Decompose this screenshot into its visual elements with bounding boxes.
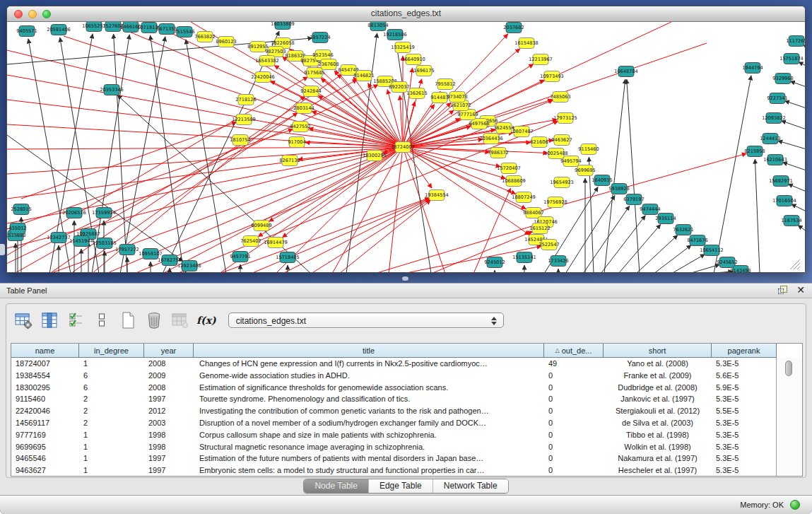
network-node[interactable]: 3624554 xyxy=(493,123,514,134)
network-node[interactable]: 19756928 xyxy=(543,197,567,208)
network-node[interactable]: 12093822 xyxy=(762,113,786,124)
network-node[interactable]: 6379197 xyxy=(623,194,644,205)
table-cell[interactable]: 2009 xyxy=(144,370,194,382)
network-node[interactable]: 1615122 xyxy=(529,223,550,234)
canvas-resize-grip[interactable] xyxy=(790,259,800,269)
network-node[interactable]: 16640910 xyxy=(401,54,425,65)
table-cell[interactable]: 1 xyxy=(79,452,144,465)
column-visibility-button[interactable] xyxy=(40,310,59,330)
network-node[interactable]: 12213967 xyxy=(529,54,553,65)
table-cell[interactable]: 1 xyxy=(79,358,144,370)
table-cell[interactable]: 9777169 xyxy=(11,429,79,441)
network-node[interactable]: 8267130 xyxy=(279,156,300,166)
table-row[interactable]: 969969511998Structural magnetic resonanc… xyxy=(11,441,802,453)
network-node[interactable]: 12213589 xyxy=(232,115,256,125)
table-row[interactable]: 1872400712008Changes of HCN gene express… xyxy=(11,358,802,370)
function-builder-button[interactable]: f(x) xyxy=(196,315,216,326)
table-cell[interactable]: 0 xyxy=(544,417,604,429)
network-node[interactable]: 2803144 xyxy=(293,103,314,114)
table-cell[interactable]: de Silva et al. (2003) xyxy=(604,417,712,429)
network-node[interactable]: 8960123 xyxy=(216,37,236,47)
close-panel-icon[interactable]: ✕ xyxy=(796,285,805,296)
network-node[interactable]: 9463627 xyxy=(551,135,572,146)
table-cell[interactable]: 9465546 xyxy=(11,452,79,465)
network-node[interactable]: 1244413 xyxy=(760,134,780,144)
table-cell[interactable]: 0 xyxy=(544,452,604,465)
table-cell[interactable]: 0 xyxy=(544,382,604,394)
table-cell[interactable]: 1 xyxy=(79,441,144,453)
panel-splitter-handle[interactable] xyxy=(402,276,408,281)
network-node[interactable]: 16210643 xyxy=(763,155,787,165)
network-node[interactable]: 9143498 xyxy=(730,266,751,273)
network-node[interactable]: 20364436 xyxy=(479,134,503,144)
column-header-year[interactable]: year xyxy=(144,344,194,358)
network-node[interactable]: 22420046 xyxy=(251,72,275,83)
table-cell[interactable]: 1 xyxy=(79,429,144,441)
table-cell[interactable]: Genome-wide association studies in ADHD. xyxy=(194,370,544,382)
table-cell[interactable]: Hescheler et al. (1997) xyxy=(604,465,712,476)
network-node[interactable]: 8471676 xyxy=(687,235,707,246)
table-cell[interactable]: 5.3E-5 xyxy=(712,417,777,429)
table-row[interactable]: 1830029562008Estimation of significance … xyxy=(11,382,802,394)
column-header-indegree[interactable]: in_degree xyxy=(79,344,144,358)
network-node[interactable]: 9699695 xyxy=(575,165,595,176)
table-cell[interactable]: 9115460 xyxy=(11,393,79,405)
network-node[interactable]: 10654112 xyxy=(700,245,724,256)
network-node[interactable]: 2526015 xyxy=(11,204,31,215)
network-edge[interactable] xyxy=(618,224,661,272)
network-node[interactable]: 7485063 xyxy=(550,92,570,103)
hidden-panel-handle[interactable] xyxy=(0,244,5,255)
network-node[interactable]: 2935114 xyxy=(655,214,676,224)
table-cell[interactable]: 9463627 xyxy=(11,465,79,476)
network-window-titlebar[interactable]: citations_edges.txt xyxy=(7,6,805,22)
table-cell[interactable]: 5.9E-5 xyxy=(712,382,777,394)
table-cell[interactable]: Changes of HCN gene expression and I(f) … xyxy=(194,358,544,370)
table-cell[interactable]: 5.3E-5 xyxy=(712,393,777,405)
network-node[interactable]: 7857224 xyxy=(310,33,330,43)
network-node[interactable]: 20591406 xyxy=(47,25,71,35)
table-row[interactable]: 1456911722003Disruption of a novel membe… xyxy=(11,417,802,429)
network-node[interactable]: 9242844 xyxy=(300,86,321,97)
network-node[interactable]: 7986372 xyxy=(488,148,508,158)
network-node[interactable]: 16154838 xyxy=(514,38,539,49)
network-node[interactable]: 914487 xyxy=(430,93,448,103)
network-node[interactable]: 9175685 xyxy=(304,68,324,78)
table-cell[interactable]: 2008 xyxy=(144,382,194,394)
column-header-outde[interactable]: △out_de... xyxy=(544,344,604,358)
float-panel-icon[interactable] xyxy=(777,285,788,296)
table-cell[interactable]: 0 xyxy=(544,465,604,476)
table-row[interactable]: 2242004622012Investigating the contribut… xyxy=(11,405,802,417)
table-cell[interactable]: Embryonic stem cells: a model to study s… xyxy=(194,465,544,476)
delete-column-button[interactable] xyxy=(144,310,164,330)
network-edge[interactable] xyxy=(784,101,805,108)
scrollbar-thumb[interactable] xyxy=(785,361,792,376)
network-node[interactable]: 15720407 xyxy=(497,163,521,174)
network-edge[interactable] xyxy=(114,34,127,272)
table-cell[interactable]: Structural magnetic resonance image aver… xyxy=(194,441,544,453)
network-node[interactable]: 8215958 xyxy=(744,146,765,157)
network-edge[interactable] xyxy=(7,147,403,199)
network-edge[interactable] xyxy=(283,199,430,272)
table-cell[interactable]: Stergiakouli et al. (2012) xyxy=(604,405,712,417)
network-node[interactable]: 17957272 xyxy=(115,245,139,255)
network-node[interactable]: 15135141 xyxy=(512,252,536,263)
network-node[interactable]: 7625402 xyxy=(240,236,261,247)
table-select-dropdown[interactable]: citations_edges.txt xyxy=(228,313,504,328)
table-cell[interactable]: 1997 xyxy=(144,452,194,465)
table-cell[interactable]: 2012 xyxy=(144,405,194,417)
table-cell[interactable]: Corpus callosum shape and size in male p… xyxy=(194,429,544,441)
network-edge[interactable] xyxy=(583,206,630,272)
network-node[interactable]: 16033809 xyxy=(271,22,295,30)
network-node[interactable]: 2522547 xyxy=(539,240,559,250)
network-edge[interactable] xyxy=(707,271,733,272)
network-node[interactable]: 9405571 xyxy=(16,26,37,37)
network-canvas[interactable]: 9405571205914061065525715276076466160107… xyxy=(7,22,805,272)
table-cell[interactable]: Wolkin et al. (1998) xyxy=(604,441,712,453)
table-cell[interactable]: 2 xyxy=(79,405,144,417)
table-cell[interactable]: Estimation of significance thresholds fo… xyxy=(194,382,544,394)
memory-status-indicator[interactable] xyxy=(790,500,800,510)
table-cell[interactable]: Franke et al. (2009) xyxy=(604,370,712,382)
network-node[interactable]: 9146821 xyxy=(353,71,374,81)
table-cell[interactable]: Nakamura et al. (1997) xyxy=(604,452,712,465)
network-edge[interactable] xyxy=(7,147,403,248)
